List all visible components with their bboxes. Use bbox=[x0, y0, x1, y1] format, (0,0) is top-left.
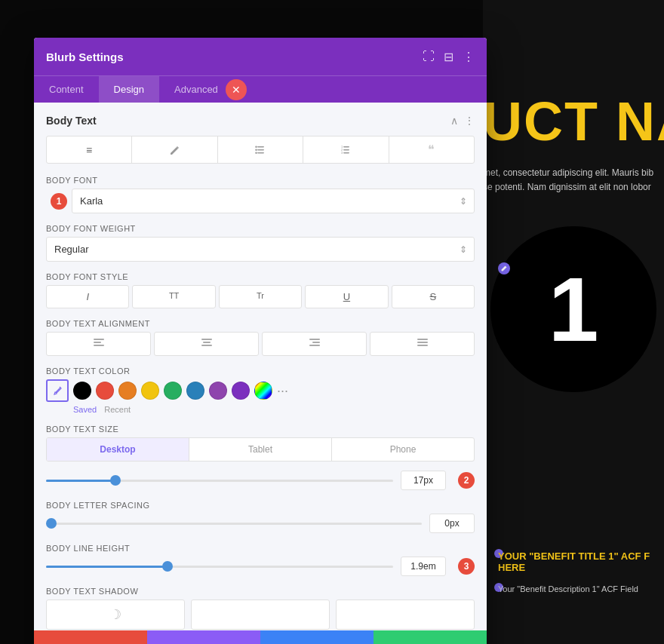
color-swatch-yellow[interactable] bbox=[141, 382, 159, 400]
svg-rect-21 bbox=[417, 339, 428, 340]
svg-rect-15 bbox=[201, 339, 212, 340]
save-button[interactable]: ✓ bbox=[374, 630, 487, 644]
tab-content[interactable]: Content bbox=[34, 76, 99, 103]
uppercase-btn[interactable]: TT bbox=[132, 285, 215, 308]
svg-rect-13 bbox=[94, 342, 101, 343]
svg-rect-7 bbox=[343, 149, 349, 151]
align-left-btn[interactable] bbox=[46, 332, 151, 356]
line-height-thumb[interactable] bbox=[162, 561, 173, 572]
shadow-preview-3[interactable] bbox=[336, 600, 475, 630]
desktop-tab[interactable]: Desktop bbox=[47, 438, 189, 461]
line-height-slider-row: 3 bbox=[46, 557, 475, 576]
shadow-preview-1[interactable]: ☽ bbox=[46, 600, 185, 630]
chevron-up-icon[interactable]: ∧ bbox=[450, 115, 458, 127]
underline-btn[interactable]: U bbox=[305, 285, 388, 308]
body-text-color-label: Body Text Color bbox=[46, 366, 475, 376]
body-line-height-label: Body Line Height bbox=[46, 544, 475, 553]
color-swatch-red[interactable] bbox=[96, 382, 114, 400]
svg-text:3: 3 bbox=[341, 151, 343, 155]
letter-spacing-slider-track[interactable] bbox=[46, 523, 422, 525]
phone-tab[interactable]: Phone bbox=[332, 438, 474, 461]
color-picker: ··· bbox=[46, 379, 475, 402]
fullscreen-icon[interactable]: ⛶ bbox=[423, 50, 435, 63]
undo-button[interactable]: ↺ bbox=[147, 630, 260, 644]
body-text-size-label: Body Text Size bbox=[46, 425, 475, 434]
text-size-slider-track[interactable] bbox=[46, 480, 393, 482]
bg-product-title: UCT NAME bbox=[483, 90, 664, 152]
color-swatch-green[interactable] bbox=[164, 382, 182, 400]
list-btn[interactable] bbox=[218, 136, 303, 163]
svg-rect-12 bbox=[94, 339, 104, 340]
align-center-btn[interactable]: ≡ bbox=[47, 136, 132, 163]
color-swatch-custom[interactable] bbox=[254, 382, 272, 400]
svg-rect-19 bbox=[312, 342, 320, 343]
align-buttons bbox=[46, 332, 475, 356]
edit-btn[interactable] bbox=[132, 136, 217, 163]
svg-rect-14 bbox=[94, 345, 104, 346]
eyedropper-btn[interactable] bbox=[46, 379, 69, 402]
body-font-style-row: Body Font Style I TT Tr U S bbox=[46, 272, 475, 308]
device-tabs: Desktop Tablet Phone bbox=[46, 437, 475, 462]
italic-btn[interactable]: I bbox=[46, 285, 129, 308]
section-header-right: ∧ ⋮ bbox=[450, 115, 475, 127]
color-labels: Saved Recent bbox=[73, 405, 475, 414]
letter-spacing-input[interactable] bbox=[429, 514, 475, 533]
line-height-input[interactable] bbox=[401, 557, 446, 576]
more-icon[interactable]: ⋮ bbox=[463, 50, 475, 64]
svg-rect-16 bbox=[203, 342, 211, 343]
text-size-slider-thumb[interactable] bbox=[110, 475, 121, 486]
bg-edit-icon[interactable] bbox=[498, 262, 510, 274]
body-letter-spacing-label: Body Letter Spacing bbox=[46, 501, 475, 510]
tab-design[interactable]: Design bbox=[99, 76, 159, 103]
align-right-btn[interactable] bbox=[262, 332, 367, 356]
color-swatch-black[interactable] bbox=[73, 382, 91, 400]
svg-point-4 bbox=[255, 149, 257, 150]
svg-rect-22 bbox=[417, 342, 428, 343]
bg-benefit-title: YOUR "BENEFIT TITLE 1" ACF F HERE bbox=[498, 550, 664, 573]
svg-point-3 bbox=[255, 146, 257, 147]
color-swatch-purple[interactable] bbox=[209, 382, 227, 400]
text-size-input[interactable] bbox=[401, 471, 446, 490]
more-colors-btn[interactable]: ··· bbox=[277, 383, 288, 399]
body-font-select[interactable]: Karla bbox=[72, 189, 475, 213]
saved-colors-label[interactable]: Saved bbox=[73, 405, 97, 414]
bg-body-text: met, consectetur adipiscing elit. Mauris… bbox=[483, 166, 664, 195]
letter-spacing-slider-row bbox=[46, 514, 475, 533]
tablet-tab[interactable]: Tablet bbox=[189, 438, 332, 461]
ordered-list-btn[interactable]: 123 bbox=[303, 136, 389, 163]
color-swatch-violet[interactable] bbox=[232, 382, 250, 400]
quote-btn[interactable]: ❝ bbox=[389, 136, 474, 163]
capitalize-btn[interactable]: Tr bbox=[219, 285, 302, 308]
tab-advanced[interactable]: Advanced ✕ bbox=[159, 76, 233, 103]
redo-button[interactable]: ↻ bbox=[260, 630, 374, 644]
body-font-weight-select[interactable]: Regular bbox=[46, 237, 475, 262]
shadow-preview-2[interactable] bbox=[191, 600, 330, 630]
align-justify-btn[interactable] bbox=[370, 332, 475, 356]
align-center-text-btn[interactable] bbox=[154, 332, 259, 356]
svg-rect-18 bbox=[309, 339, 320, 340]
text-size-badge: 2 bbox=[458, 472, 475, 489]
recent-colors-label[interactable]: Recent bbox=[104, 405, 131, 414]
body-font-label: Body Font bbox=[46, 176, 475, 185]
body-text-color-row: Body Text Color ··· Saved Recent bbox=[46, 366, 475, 414]
strikethrough-btn[interactable]: S bbox=[392, 285, 475, 308]
svg-rect-6 bbox=[343, 146, 349, 148]
cancel-button[interactable]: ✕ bbox=[34, 630, 147, 644]
section-more-icon[interactable]: ⋮ bbox=[464, 115, 475, 127]
panel-header-icons: ⛶ ⊟ ⋮ bbox=[423, 50, 475, 64]
shadow-preview-row: ☽ bbox=[46, 600, 475, 630]
color-swatch-blue[interactable] bbox=[186, 382, 204, 400]
letter-spacing-thumb[interactable] bbox=[46, 518, 57, 529]
panel-tabs: Content Design Advanced ✕ bbox=[34, 75, 487, 103]
svg-rect-2 bbox=[257, 152, 264, 154]
format-toolbar: ≡ 123 ❝ bbox=[46, 136, 475, 164]
split-icon[interactable]: ⊟ bbox=[444, 50, 453, 64]
line-height-slider-track[interactable] bbox=[46, 566, 393, 568]
close-button[interactable]: ✕ bbox=[226, 79, 247, 100]
svg-rect-20 bbox=[309, 345, 320, 346]
blurb-settings-panel: Blurb Settings ⛶ ⊟ ⋮ Content Design Adva… bbox=[34, 38, 487, 644]
body-text-size-row: Body Text Size Desktop Tablet Phone 2 bbox=[46, 425, 475, 490]
body-letter-spacing-row: Body Letter Spacing bbox=[46, 501, 475, 533]
body-font-row: Body Font 1 Karla ⇕ bbox=[46, 176, 475, 213]
color-swatch-orange[interactable] bbox=[118, 382, 137, 400]
